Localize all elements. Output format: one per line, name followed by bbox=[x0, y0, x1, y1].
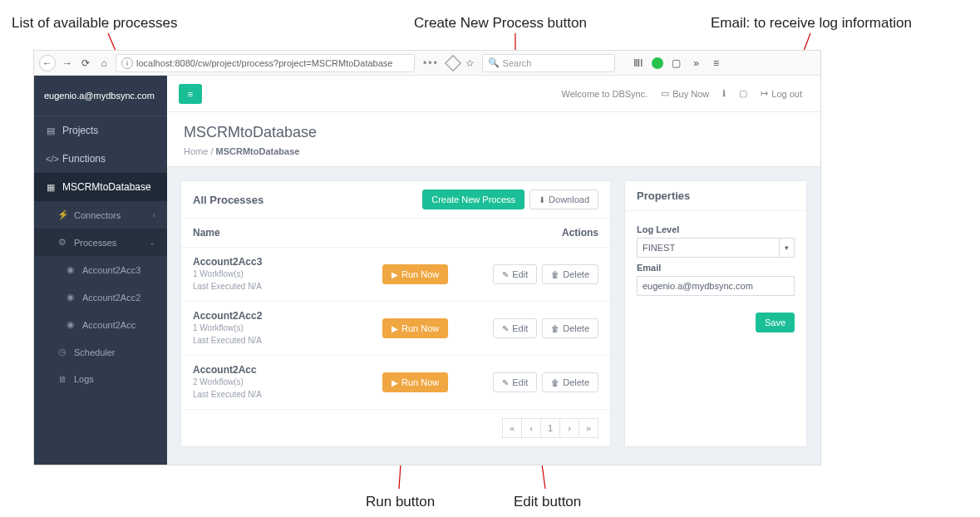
sidebar-label-logs: Logs bbox=[74, 374, 94, 384]
breadcrumb-home[interactable]: Home bbox=[184, 146, 208, 156]
search-icon: 🔍 bbox=[488, 57, 500, 68]
callout-create-new: Create New Process button bbox=[414, 15, 587, 32]
buy-now-link[interactable]: ▭ Buy Now bbox=[654, 88, 716, 99]
sidebar-process-label: Account2Acc3 bbox=[82, 265, 140, 275]
back-button[interactable]: ← bbox=[39, 55, 56, 71]
page-next[interactable]: › bbox=[559, 418, 579, 438]
properties-body: Log Level FINEST ▾ Email bbox=[625, 211, 806, 304]
extension-green-icon[interactable] bbox=[652, 57, 663, 69]
toolbar-right: ⅢⅠ ▢ » ≡ bbox=[632, 57, 723, 70]
forward-button[interactable]: → bbox=[61, 57, 74, 70]
sidebar-item-connectors[interactable]: ⚡ Connectors ‹ bbox=[34, 201, 167, 229]
sidebar-user[interactable]: eugenio.a@mydbsync.com bbox=[34, 76, 167, 116]
sidebar-process-item-0[interactable]: ◉ Account2Acc3 bbox=[34, 256, 167, 283]
sidebar-label-scheduler: Scheduler bbox=[74, 347, 116, 357]
window-link[interactable]: ▢ bbox=[732, 88, 754, 99]
properties-header: Properties bbox=[625, 181, 806, 211]
process-last-exec: Last Executed N/A bbox=[193, 388, 382, 401]
logout-icon: ↦ bbox=[761, 88, 768, 99]
breadcrumb: Home / MSCRMtoDatabase bbox=[184, 146, 804, 156]
page-title: MSCRMtoDatabase bbox=[184, 124, 804, 141]
process-name[interactable]: Account2Acc bbox=[193, 364, 382, 376]
sidebar-process-item-1[interactable]: ◉ Account2Acc2 bbox=[34, 283, 167, 311]
library-icon[interactable]: ⅢⅠ bbox=[632, 57, 645, 70]
sidebar-process-item-2[interactable]: ◉ Account2Acc bbox=[34, 311, 167, 338]
menu-bars-icon: ≡ bbox=[188, 89, 193, 99]
edit-button[interactable]: ✎ Edit bbox=[493, 372, 537, 392]
process-workflows: 2 Workflow(s) bbox=[193, 376, 382, 388]
edit-button[interactable]: ✎ Edit bbox=[493, 318, 537, 338]
play-icon: ▶ bbox=[392, 270, 398, 279]
trash-icon: 🗑 bbox=[551, 270, 559, 279]
delete-button[interactable]: 🗑 Delete bbox=[542, 372, 598, 392]
page-current[interactable]: 1 bbox=[540, 418, 560, 438]
projects-icon: ▤ bbox=[46, 126, 56, 136]
run-now-button[interactable]: ▶ Run Now bbox=[382, 372, 448, 392]
bullet-icon: ◉ bbox=[66, 319, 76, 330]
home-button[interactable]: ⌂ bbox=[97, 57, 111, 70]
delete-button[interactable]: 🗑 Delete bbox=[542, 264, 598, 284]
trash-icon: 🗑 bbox=[551, 378, 559, 387]
sidebar-item-project[interactable]: ▦ MSCRMtoDatabase bbox=[34, 173, 167, 201]
sidebar-item-functions[interactable]: </> Functions bbox=[34, 145, 167, 173]
sidebar-item-projects[interactable]: ▤ Projects bbox=[34, 116, 167, 145]
reload-button[interactable]: ⟳ bbox=[79, 57, 92, 70]
col-name: Name bbox=[193, 227, 432, 239]
welcome-text: Welcome to DBSync. bbox=[555, 89, 655, 99]
sidebar-item-processes[interactable]: ⚙ Processes ⌄ bbox=[34, 229, 167, 256]
run-now-button[interactable]: ▶ Run Now bbox=[382, 264, 448, 284]
save-button[interactable]: Save bbox=[756, 313, 795, 332]
toolbar-dots: ••• bbox=[420, 57, 442, 69]
overflow-icon[interactable]: » bbox=[690, 57, 703, 70]
processes-icon: ⚙ bbox=[57, 237, 67, 248]
panels: All Processes Create New Process ⬇ Downl… bbox=[167, 167, 820, 460]
download-button[interactable]: ⬇ Download bbox=[529, 190, 598, 209]
sidebar-process-label: Account2Acc bbox=[82, 320, 135, 330]
functions-icon: </> bbox=[46, 154, 56, 164]
logout-link[interactable]: ↦ Log out bbox=[754, 88, 809, 99]
bookmark-star-icon[interactable]: ☆ bbox=[464, 57, 477, 70]
page-last[interactable]: » bbox=[579, 418, 598, 438]
page-prev[interactable]: ‹ bbox=[521, 418, 541, 438]
page-first[interactable]: « bbox=[502, 418, 522, 438]
delete-label: Delete bbox=[563, 323, 589, 333]
delete-button[interactable]: 🗑 Delete bbox=[542, 318, 598, 338]
info-link[interactable]: ℹ bbox=[716, 88, 732, 99]
properties-footer: Save bbox=[625, 304, 806, 344]
process-info: Account2Acc2 1 Workflow(s) Last Executed… bbox=[193, 310, 382, 347]
search-box[interactable]: 🔍 Search bbox=[482, 54, 615, 72]
sidebar-toggle-button[interactable]: ≡ bbox=[179, 84, 202, 104]
play-icon: ▶ bbox=[392, 378, 398, 387]
edit-button[interactable]: ✎ Edit bbox=[493, 264, 537, 284]
process-actions: ✎ Edit 🗑 Delete bbox=[465, 318, 598, 338]
breadcrumb-current: MSCRMtoDatabase bbox=[216, 146, 300, 156]
process-row: Account2Acc 2 Workflow(s) Last Executed … bbox=[181, 356, 610, 410]
create-new-process-button[interactable]: Create New Process bbox=[422, 190, 524, 209]
process-actions: ✎ Edit 🗑 Delete bbox=[465, 372, 598, 392]
edit-label: Edit bbox=[512, 269, 528, 279]
pencil-icon: ✎ bbox=[502, 378, 509, 387]
pencil-icon: ✎ bbox=[502, 324, 509, 333]
page-header: MSCRMtoDatabase Home / MSCRMtoDatabase bbox=[167, 112, 820, 167]
sidebar-label-projects: Projects bbox=[62, 125, 98, 136]
delete-label: Delete bbox=[563, 269, 589, 279]
address-bar[interactable]: i localhost:8080/cw/project/process?proj… bbox=[116, 54, 415, 72]
shield-icon[interactable] bbox=[445, 55, 461, 71]
process-name[interactable]: Account2Acc3 bbox=[193, 256, 382, 268]
process-workflows: 1 Workflow(s) bbox=[193, 322, 382, 334]
edit-label: Edit bbox=[512, 377, 528, 387]
log-level-value: FINEST bbox=[637, 238, 780, 258]
process-run: ▶ Run Now bbox=[382, 318, 465, 338]
log-level-select[interactable]: FINEST ▾ bbox=[637, 238, 795, 258]
sidebar-item-scheduler[interactable]: ◷ Scheduler bbox=[34, 338, 167, 366]
url-text: localhost:8080/cw/project/process?projec… bbox=[136, 58, 392, 68]
email-input[interactable] bbox=[637, 276, 795, 296]
window-icon[interactable]: ▢ bbox=[670, 57, 683, 70]
process-name[interactable]: Account2Acc2 bbox=[193, 310, 382, 322]
all-processes-title: All Processes bbox=[193, 194, 263, 206]
sidebar-item-logs[interactable]: 🗎 Logs bbox=[34, 366, 167, 392]
run-now-button[interactable]: ▶ Run Now bbox=[382, 318, 448, 338]
menu-icon[interactable]: ≡ bbox=[710, 57, 723, 70]
card-icon: ▭ bbox=[661, 88, 669, 99]
app-body: eugenio.a@mydbsync.com ▤ Projects </> Fu… bbox=[34, 76, 820, 465]
